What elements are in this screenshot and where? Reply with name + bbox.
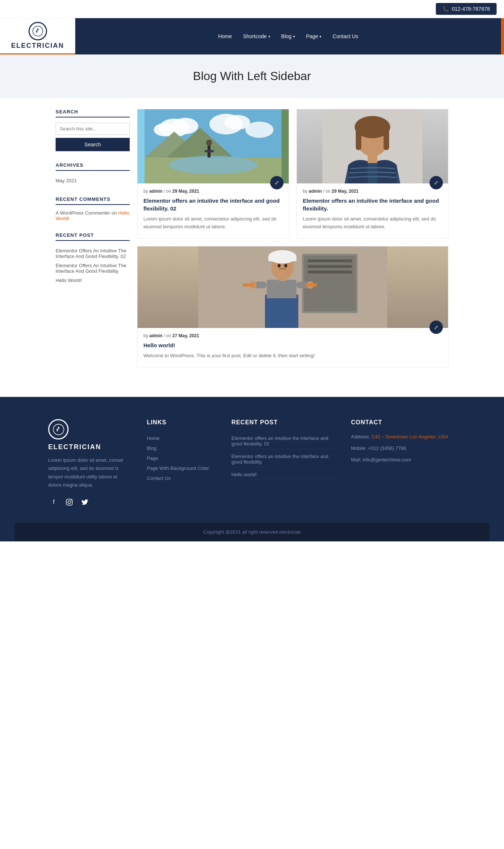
footer-brand-text: ELECTRICIAN — [48, 443, 132, 451]
author-2: admin — [309, 189, 322, 194]
footer-post-link-1[interactable]: Elementor offers an intuitive the interf… — [232, 433, 336, 449]
svg-point-3 — [172, 118, 198, 134]
share-button-2[interactable]: ⤢ — [430, 176, 443, 189]
footer-link-page-bg[interactable]: Page With Background Color — [147, 463, 216, 473]
blog-title-2[interactable]: Elementor offers an intuitive the interf… — [303, 197, 442, 212]
comment-author: A WordPress Commenter — [56, 210, 110, 216]
footer-description: Lorem ipsum dolor sit amet, conser adipi… — [48, 456, 132, 489]
chevron-down-icon: ▾ — [319, 34, 321, 39]
nav-home[interactable]: Home — [218, 33, 232, 39]
sidebar-archives-section: ARCHIVES May 2021 — [56, 162, 130, 185]
blog-excerpt-1: Lorem ipsum dolor sit amet, consectetur … — [143, 215, 283, 231]
header: ELECTRICIAN Home Shortcode▾ Blog▾ Page▾ … — [0, 18, 504, 54]
logo-icon — [29, 22, 47, 40]
footer: ELECTRICIAN Lorem ipsum dolor sit amet, … — [0, 397, 504, 541]
footer-link-blog[interactable]: Blog — [147, 443, 216, 453]
search-button[interactable]: Search — [56, 138, 130, 151]
footer-post-link-3[interactable]: Hello world! — [232, 470, 336, 480]
phone-button[interactable]: 📞 012-478-787878 — [436, 3, 497, 15]
blog-image-3 — [137, 246, 448, 328]
nav-blog[interactable]: Blog▾ — [281, 33, 295, 39]
footer-grid: ELECTRICIAN Lorem ipsum dolor sit amet, … — [48, 419, 456, 522]
facebook-icon[interactable]: f — [48, 497, 59, 508]
sidebar: SEARCH Search ARCHIVES May 2021 RECENT C… — [56, 109, 137, 375]
comment-item: A WordPress Commenter on Hello World! — [56, 210, 130, 221]
footer-recent-post-heading: RECENT POST — [232, 419, 336, 426]
top-bar: 📞 012-478-787878 — [0, 0, 504, 18]
recent-post-link-3[interactable]: Hello World! — [56, 276, 130, 285]
mail-label: Mail: — [351, 457, 361, 462]
share-button-3[interactable]: ⤢ — [430, 321, 443, 334]
footer-post-link-2[interactable]: Elementor offers an intuitive the interf… — [232, 451, 336, 467]
blog-image-2 — [297, 109, 448, 183]
search-input[interactable] — [56, 123, 130, 135]
nav-accent — [501, 18, 504, 54]
svg-rect-27 — [308, 271, 352, 273]
footer-brand-col: ELECTRICIAN Lorem ipsum dolor sit amet, … — [48, 419, 132, 507]
svg-rect-20 — [384, 128, 389, 150]
recent-post-link-2[interactable]: Elementor Offers An Intuitive The Interf… — [56, 261, 130, 276]
svg-point-40 — [278, 264, 281, 268]
svg-point-7 — [245, 122, 273, 138]
date-1: 29 May, 2021 — [172, 189, 199, 194]
main-nav: Home Shortcode▾ Blog▾ Page▾ Contact Us — [75, 18, 501, 54]
archive-link[interactable]: May 2021 — [56, 176, 130, 185]
svg-rect-19 — [356, 128, 361, 150]
comments-heading: RECENT COMMENTS — [56, 196, 130, 205]
svg-rect-39 — [268, 257, 296, 261]
svg-rect-26 — [308, 265, 352, 268]
blog-grid-top: ⤢ by admin / on 29 May, 2021 Elementor o… — [137, 109, 448, 239]
blog-card-2: ⤢ by admin / on 29 May, 2021 Elementor o… — [296, 109, 448, 239]
address-label: Address: — [351, 434, 370, 440]
blog-meta-1: by admin / on 29 May, 2021 — [143, 189, 283, 194]
mobile-label: Mobile: — [351, 445, 367, 451]
sidebar-search-section: SEARCH Search — [56, 109, 130, 151]
blog-excerpt-3: Welcome to WordPress. This is your first… — [143, 352, 442, 360]
footer-links-col: LINKS Home Blog Page Page With Backgroun… — [147, 419, 216, 507]
footer-bottom: Copyright @2021 all right reserved elect… — [15, 523, 489, 541]
svg-point-41 — [284, 264, 287, 268]
date-2: 29 May, 2021 — [332, 189, 359, 194]
nav-shortcode[interactable]: Shortcode▾ — [243, 33, 270, 39]
footer-contact-col: CONTACT Address: C42 – Downtown Los Ange… — [351, 419, 456, 507]
footer-link-home[interactable]: Home — [147, 433, 216, 443]
address-link[interactable]: C42 – Downtown Los Angeles ,USA — [371, 434, 448, 440]
sidebar-recent-posts-section: RECENT POST Elementor Offers An Intuitiv… — [56, 232, 130, 285]
share-button-1[interactable]: ⤢ — [270, 176, 284, 189]
blog-card-1-body: ⤢ by admin / on 29 May, 2021 Elementor o… — [137, 183, 289, 238]
chevron-down-icon: ▾ — [293, 34, 295, 39]
chevron-down-icon: ▾ — [268, 34, 270, 39]
instagram-icon[interactable] — [64, 497, 75, 508]
mail-address: info@gentechtree.com — [362, 457, 411, 462]
author-1: admin — [149, 189, 162, 194]
blog-card-1: ⤢ by admin / on 29 May, 2021 Elementor o… — [137, 109, 289, 239]
svg-rect-25 — [308, 259, 352, 262]
nav-page[interactable]: Page▾ — [306, 33, 322, 39]
search-heading: SEARCH — [56, 109, 130, 117]
footer-links-heading: LINKS — [147, 419, 216, 426]
svg-rect-14 — [205, 150, 214, 152]
recent-post-link-1[interactable]: Elementor Offers An Intuitive The Interf… — [56, 246, 130, 261]
nav-contact[interactable]: Contact Us — [332, 33, 358, 39]
blog-card-3-body: ⤢ by admin / on 27 May, 2021 Hello world… — [137, 328, 448, 367]
copyright-text: Copyright @2021 all right reserved elect… — [203, 529, 301, 535]
footer-mail: Mail: info@gentechtree.com — [351, 456, 456, 464]
footer-link-page[interactable]: Page — [147, 453, 216, 463]
recent-post-heading: RECENT POST — [56, 232, 130, 241]
blog-card-3: ⤢ by admin / on 27 May, 2021 Hello world… — [137, 246, 448, 368]
blog-title-1[interactable]: Elementor offers an intuitive the interf… — [143, 197, 283, 212]
logo-text: ELECTRICIAN — [11, 42, 64, 50]
page-title-section: Blog With Left Sidebar — [0, 54, 504, 98]
footer-link-contact[interactable]: Contact Us — [147, 473, 216, 483]
footer-logo-icon — [48, 419, 69, 440]
svg-point-13 — [206, 140, 212, 146]
svg-rect-31 — [267, 280, 296, 298]
blog-title-3[interactable]: Hello world! — [143, 341, 442, 349]
comment-on: on — [112, 210, 118, 216]
twitter-icon[interactable] — [79, 497, 90, 508]
blog-image-1 — [137, 109, 289, 183]
main-content: SEARCH Search ARCHIVES May 2021 RECENT C… — [48, 109, 456, 375]
date-3: 27 May, 2021 — [172, 333, 199, 338]
blog-meta-2: by admin / on 29 May, 2021 — [303, 189, 442, 194]
mobile-number: +012 (3456) 7788 — [368, 445, 406, 451]
